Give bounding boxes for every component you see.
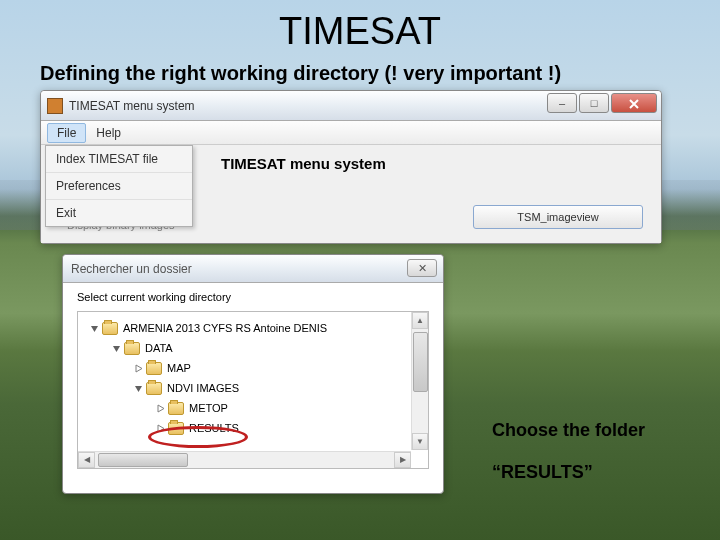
- expand-icon[interactable]: [154, 402, 166, 414]
- tree-item-label: NDVI IMAGES: [167, 382, 239, 394]
- tree-item-label: DATA: [145, 342, 173, 354]
- tree-item[interactable]: MAP: [82, 358, 424, 378]
- page-subtitle: Defining the right working directory (! …: [40, 62, 680, 85]
- folder-icon: [168, 402, 184, 415]
- file-dropdown-menu: Index TIMESAT file Preferences Exit: [45, 145, 193, 227]
- window-titlebar[interactable]: TIMESAT menu system – □: [41, 91, 661, 121]
- vertical-scrollbar[interactable]: ▲ ▼: [411, 312, 428, 450]
- window-title-text: TIMESAT menu system: [69, 99, 195, 113]
- tree-item[interactable]: RESULTS: [82, 418, 424, 438]
- folder-icon: [146, 382, 162, 395]
- tree-item-label: RESULTS: [189, 422, 239, 434]
- tree-item[interactable]: METOP: [82, 398, 424, 418]
- annotation-choose-folder: Choose the folder: [492, 420, 645, 441]
- tree-item-label: METOP: [189, 402, 228, 414]
- scroll-thumb-horizontal[interactable]: [98, 453, 188, 467]
- tree-item-label: MAP: [167, 362, 191, 374]
- folder-tree: ARMENIA 2013 CYFS RS Antoine DENISDATAMA…: [77, 311, 429, 469]
- expand-icon[interactable]: [154, 422, 166, 434]
- browser-close-button[interactable]: ✕: [407, 259, 437, 277]
- scroll-left-button[interactable]: ◀: [78, 452, 95, 468]
- menu-item-preferences[interactable]: Preferences: [46, 173, 192, 200]
- menu-help[interactable]: Help: [86, 123, 131, 143]
- annotation-results: “RESULTS”: [492, 462, 593, 483]
- minimize-button[interactable]: –: [547, 93, 577, 113]
- folder-icon: [146, 362, 162, 375]
- window-body: TIMESAT menu system Display binary image…: [41, 145, 661, 243]
- menubar: File Help: [41, 121, 661, 145]
- app-icon: [47, 98, 63, 114]
- expand-icon[interactable]: [132, 362, 144, 374]
- close-icon: [628, 99, 640, 109]
- collapse-icon[interactable]: [110, 342, 122, 354]
- browser-titlebar[interactable]: Rechercher un dossier ✕: [63, 255, 443, 283]
- tree-item[interactable]: DATA: [82, 338, 424, 358]
- browser-title-text: Rechercher un dossier: [71, 262, 192, 276]
- scroll-up-button[interactable]: ▲: [412, 312, 428, 329]
- scroll-thumb-vertical[interactable]: [413, 332, 428, 392]
- collapse-icon[interactable]: [88, 322, 100, 334]
- horizontal-scrollbar[interactable]: ◀ ▶: [78, 451, 411, 468]
- menu-item-index-file[interactable]: Index TIMESAT file: [46, 146, 192, 173]
- page-title: TIMESAT: [0, 10, 720, 53]
- folder-icon: [124, 342, 140, 355]
- folder-icon: [168, 422, 184, 435]
- tree-item-label: ARMENIA 2013 CYFS RS Antoine DENIS: [123, 322, 327, 334]
- folder-browser-window: Rechercher un dossier ✕ Select current w…: [62, 254, 444, 494]
- maximize-button[interactable]: □: [579, 93, 609, 113]
- body-heading: TIMESAT menu system: [221, 155, 386, 172]
- tree-item[interactable]: NDVI IMAGES: [82, 378, 424, 398]
- timesat-menu-window: TIMESAT menu system – □ File Help TIMESA…: [40, 90, 662, 244]
- scroll-down-button[interactable]: ▼: [412, 433, 428, 450]
- menu-file[interactable]: File: [47, 123, 86, 143]
- folder-icon: [102, 322, 118, 335]
- menu-item-exit[interactable]: Exit: [46, 200, 192, 226]
- tsm-imageview-button[interactable]: TSM_imageview: [473, 205, 643, 229]
- scroll-right-button[interactable]: ▶: [394, 452, 411, 468]
- browser-instruction-label: Select current working directory: [63, 283, 443, 307]
- close-button[interactable]: [611, 93, 657, 113]
- tree-item[interactable]: ARMENIA 2013 CYFS RS Antoine DENIS: [82, 318, 424, 338]
- collapse-icon[interactable]: [132, 382, 144, 394]
